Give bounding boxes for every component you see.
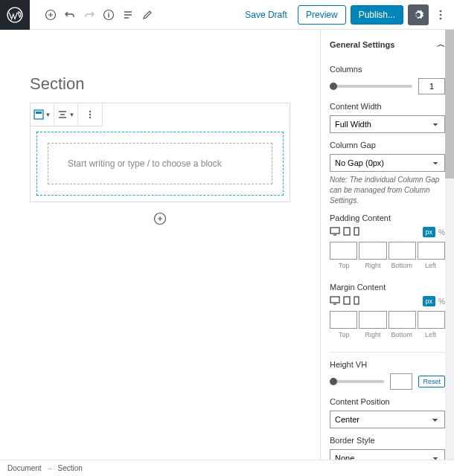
block-more-icon[interactable] bbox=[78, 103, 102, 126]
placeholder-text: Start writing or type / to choose a bloc… bbox=[68, 157, 252, 170]
block-toolbar: ▼ ▼ bbox=[30, 103, 103, 126]
save-draft-button[interactable]: Save Draft bbox=[239, 5, 293, 25]
publish-button[interactable]: Publish... bbox=[351, 5, 403, 25]
breadcrumb-arrow: → bbox=[46, 464, 54, 472]
breadcrumb-footer: Document → Section bbox=[0, 460, 454, 476]
height-vh-slider[interactable] bbox=[330, 380, 384, 383]
svg-point-8 bbox=[89, 111, 91, 112]
svg-point-5 bbox=[440, 17, 442, 19]
svg-rect-14 bbox=[354, 228, 359, 235]
label-right: Right bbox=[359, 329, 388, 338]
section-block[interactable]: ▼ ▼ Start writing or type / to choose a … bbox=[30, 103, 290, 202]
breadcrumb-document[interactable]: Document bbox=[7, 464, 42, 472]
settings-gear-icon[interactable] bbox=[408, 4, 429, 25]
svg-rect-6 bbox=[34, 110, 43, 119]
svg-point-9 bbox=[89, 114, 91, 115]
panel-general-settings[interactable]: General Settings ︿ bbox=[330, 30, 445, 57]
mobile-icon[interactable] bbox=[354, 296, 359, 306]
svg-point-3 bbox=[440, 10, 442, 12]
label-left: Left bbox=[416, 329, 445, 338]
margin-label: Margin Content bbox=[330, 283, 445, 292]
padding-left-input[interactable] bbox=[418, 242, 445, 260]
padding-unit-px[interactable]: px bbox=[423, 227, 436, 237]
add-block-below-icon[interactable] bbox=[153, 211, 167, 226]
label-top: Top bbox=[330, 260, 359, 269]
label-bottom: Bottom bbox=[388, 260, 417, 269]
content-width-select[interactable]: Full Width bbox=[330, 115, 445, 133]
column-gap-note: Note: The individual Column Gap can be m… bbox=[330, 175, 445, 206]
margin-top-input[interactable] bbox=[330, 311, 357, 329]
svg-rect-16 bbox=[344, 297, 350, 304]
svg-rect-7 bbox=[36, 112, 42, 114]
margin-unit-pct[interactable]: % bbox=[438, 298, 445, 306]
padding-top-input[interactable] bbox=[330, 242, 357, 260]
undo-icon[interactable] bbox=[63, 7, 77, 22]
desktop-icon[interactable] bbox=[330, 296, 340, 306]
redo-icon[interactable] bbox=[82, 7, 97, 22]
chevron-up-icon: ︿ bbox=[437, 39, 445, 50]
content-width-label: Content Width bbox=[330, 102, 445, 111]
toolbar-left bbox=[30, 7, 155, 22]
svg-point-10 bbox=[89, 117, 91, 118]
edit-icon[interactable] bbox=[140, 7, 155, 22]
padding-right-input[interactable] bbox=[359, 242, 386, 260]
padding-unit-pct[interactable]: % bbox=[438, 228, 445, 237]
tablet-icon[interactable] bbox=[343, 296, 351, 306]
height-vh-label: Height VH bbox=[330, 360, 445, 369]
inner-block-placeholder[interactable]: Start writing or type / to choose a bloc… bbox=[48, 143, 272, 184]
block-type-icon[interactable]: ▼ bbox=[31, 103, 54, 126]
columns-input[interactable] bbox=[418, 78, 445, 94]
outline-icon[interactable] bbox=[121, 7, 135, 22]
label-bottom: Bottom bbox=[388, 329, 417, 338]
wp-logo[interactable] bbox=[0, 0, 30, 30]
page-scrollbar[interactable] bbox=[445, 30, 454, 461]
svg-rect-15 bbox=[330, 297, 339, 303]
block-content: Start writing or type / to choose a bloc… bbox=[31, 126, 290, 202]
desktop-icon[interactable] bbox=[330, 227, 340, 237]
top-toolbar: Save Draft Preview Publish... bbox=[0, 0, 454, 30]
more-menu-icon[interactable] bbox=[433, 4, 448, 25]
content-position-select[interactable]: Center bbox=[330, 411, 445, 428]
section-heading: Section bbox=[30, 74, 290, 94]
label-right: Right bbox=[359, 260, 388, 269]
settings-sidebar: General Settings ︿ Columns Content Width… bbox=[320, 30, 454, 461]
margin-bottom-input[interactable] bbox=[389, 311, 416, 329]
align-icon[interactable]: ▼ bbox=[54, 103, 78, 126]
column-gap-label: Column Gap bbox=[330, 141, 445, 149]
preview-button[interactable]: Preview bbox=[298, 5, 346, 25]
svg-rect-12 bbox=[330, 228, 339, 234]
margin-left-input[interactable] bbox=[418, 311, 445, 329]
main-area: Section ▼ ▼ Start writing or type / to c… bbox=[0, 30, 454, 461]
info-icon[interactable] bbox=[101, 7, 116, 22]
label-top: Top bbox=[330, 329, 359, 338]
height-vh-reset[interactable]: Reset bbox=[418, 376, 445, 387]
divider bbox=[330, 352, 445, 353]
svg-rect-17 bbox=[354, 297, 359, 304]
breadcrumb-section[interactable]: Section bbox=[58, 464, 83, 472]
toolbar-right: Save Draft Preview Publish... bbox=[239, 4, 454, 25]
svg-point-4 bbox=[440, 13, 442, 16]
mobile-icon[interactable] bbox=[354, 227, 359, 237]
columns-slider[interactable] bbox=[330, 85, 412, 88]
svg-rect-13 bbox=[344, 228, 350, 235]
panel-title: General Settings bbox=[330, 40, 394, 49]
columns-label: Columns bbox=[330, 65, 445, 74]
padding-bottom-input[interactable] bbox=[389, 242, 416, 260]
margin-right-input[interactable] bbox=[359, 311, 386, 329]
margin-unit-px[interactable]: px bbox=[423, 296, 436, 306]
add-block-icon[interactable] bbox=[43, 7, 58, 22]
border-style-label: Border Style bbox=[330, 436, 445, 445]
column-gap-select[interactable]: No Gap (0px) bbox=[330, 154, 445, 172]
label-left: Left bbox=[416, 260, 445, 269]
padding-label: Padding Content bbox=[330, 213, 445, 222]
editor-canvas: Section ▼ ▼ Start writing or type / to c… bbox=[0, 30, 320, 461]
column-outline[interactable]: Start writing or type / to choose a bloc… bbox=[36, 132, 284, 196]
height-vh-input[interactable] bbox=[390, 373, 412, 390]
content-position-label: Content Position bbox=[330, 397, 445, 406]
tablet-icon[interactable] bbox=[343, 227, 351, 237]
